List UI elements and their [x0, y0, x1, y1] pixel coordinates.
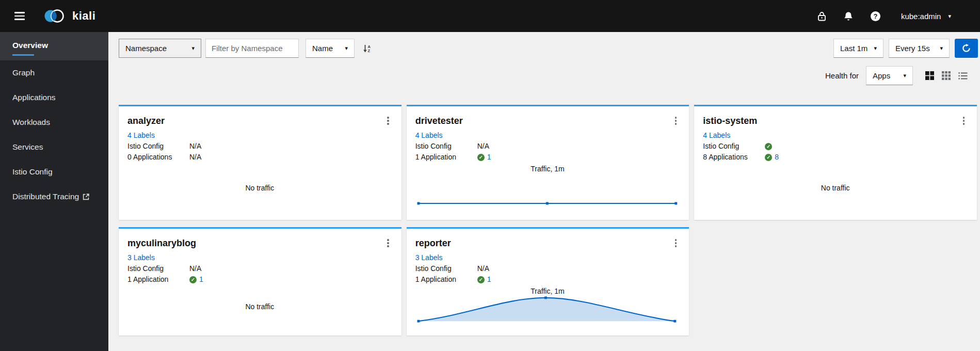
- nav-toggle-button[interactable]: [10, 6, 29, 26]
- card-actions-kebab-button[interactable]: [384, 237, 392, 249]
- namespace-card-title: analyzer: [127, 115, 165, 126]
- namespace-labels-link[interactable]: 4 Labels: [415, 131, 443, 139]
- healthy-apps-count-link[interactable]: 1: [487, 152, 491, 163]
- filter-toolbar: Namespace Name A Z Last 1m Every 15s: [108, 32, 980, 58]
- applications-row: 1 Application 1: [415, 274, 680, 285]
- istio-config-label: Istio Config: [127, 263, 189, 274]
- sort-a-z-icon: A Z: [363, 44, 372, 53]
- namespace-card: reporter 3 Labels Istio Config N/A 1 App…: [407, 227, 689, 336]
- display-toolbar: Health for Apps: [108, 58, 980, 85]
- chevron-down-icon: [874, 45, 877, 52]
- applications-label: 1 Application: [415, 274, 477, 285]
- namespace-card: drivetester 4 Labels Istio Config N/A 1 …: [407, 105, 689, 220]
- sidebar-item-services[interactable]: Services: [0, 135, 108, 159]
- istio-config-na-value: N/A: [189, 141, 201, 152]
- card-actions-kebab-button[interactable]: [960, 115, 968, 126]
- applications-label: 0 Applications: [127, 152, 189, 163]
- namespace-card-title: myculinaryblog: [127, 237, 196, 249]
- list-view-button[interactable]: [957, 71, 969, 81]
- sidebar: Overview Graph Applications Workloads Se…: [0, 32, 108, 351]
- traffic-status-label: Traffic, 1m: [531, 165, 564, 173]
- sort-order-button[interactable]: A Z: [361, 42, 374, 55]
- istio-config-row: Istio Config N/A: [127, 141, 392, 152]
- sidebar-item-graph[interactable]: Graph: [0, 60, 108, 85]
- sidebar-item-overview[interactable]: Overview: [0, 32, 108, 60]
- card-actions-kebab-button[interactable]: [672, 237, 680, 249]
- namespace-labels-link[interactable]: 4 Labels: [703, 131, 730, 139]
- namespace-filter-input[interactable]: [205, 39, 299, 58]
- healthy-apps-count-link[interactable]: 8: [775, 152, 779, 163]
- card-actions-kebab-button[interactable]: [384, 115, 392, 126]
- sidebar-item-distributed-tracing[interactable]: Distributed Tracing: [0, 184, 108, 209]
- hamburger-icon: [14, 12, 25, 13]
- kebab-icon: [963, 117, 965, 119]
- masthead: kiali ? kube:admin: [0, 0, 980, 32]
- main-content: Namespace Name A Z Last 1m Every 15s: [108, 0, 980, 336]
- applications-row: 0 Applications N/A: [127, 152, 392, 163]
- help-button[interactable]: ?: [865, 8, 886, 24]
- namespace-card-title: istio-system: [703, 115, 757, 126]
- namespace-card: myculinaryblog 3 Labels Istio Config N/A…: [119, 227, 401, 336]
- user-menu[interactable]: kube:admin: [901, 12, 951, 21]
- traffic-section: No traffic: [127, 163, 392, 220]
- istio-config-row: Istio Config N/A: [415, 141, 680, 152]
- compact-grid-icon: [942, 71, 951, 80]
- istio-config-label: Istio Config: [703, 141, 765, 152]
- refresh-interval-select[interactable]: Every 15s: [889, 39, 950, 58]
- sidebar-item-applications[interactable]: Applications: [0, 85, 108, 110]
- success-check-icon: [765, 154, 772, 161]
- expanded-view-button[interactable]: [924, 70, 935, 81]
- istio-config-na-value: N/A: [477, 263, 489, 274]
- traffic-status-label: No traffic: [245, 184, 274, 192]
- kebab-icon: [387, 117, 389, 119]
- istio-config-row: Istio Config N/A: [415, 263, 680, 274]
- cards-grid: analyzer 4 Labels Istio Config N/A 0 App…: [119, 105, 977, 336]
- istio-config-label: Istio Config: [415, 263, 477, 274]
- applications-label: 1 Application: [127, 274, 189, 285]
- kebab-icon: [675, 117, 677, 119]
- applications-row: 8 Applications 8: [703, 152, 968, 163]
- namespace-labels-link[interactable]: 4 Labels: [127, 131, 155, 139]
- duration-select[interactable]: Last 1m: [833, 39, 883, 58]
- applications-na-value: N/A: [189, 152, 201, 163]
- notifications-button[interactable]: [839, 8, 858, 24]
- expanded-grid-icon: [925, 71, 934, 80]
- success-check-icon: [189, 276, 197, 283]
- user-name: kube:admin: [901, 12, 941, 21]
- applications-row: 1 Application 1: [127, 274, 392, 285]
- namespace-labels-link[interactable]: 3 Labels: [127, 253, 155, 262]
- health-for-select[interactable]: Apps: [866, 66, 913, 85]
- applications-label: 1 Application: [415, 152, 477, 163]
- chevron-down-icon: [191, 45, 195, 52]
- traffic-status-label: No traffic: [245, 302, 274, 311]
- filter-type-select[interactable]: Namespace: [119, 39, 201, 58]
- brand-link[interactable]: kiali: [42, 7, 95, 25]
- healthy-apps-count-link[interactable]: 1: [199, 274, 203, 285]
- istio-config-label: Istio Config: [127, 141, 189, 152]
- healthy-apps-count-link[interactable]: 1: [487, 274, 491, 285]
- istio-config-row: Istio Config: [703, 141, 968, 152]
- refresh-icon: [962, 44, 971, 53]
- traffic-sparkline-flat: [415, 192, 680, 208]
- istio-config-row: Istio Config N/A: [127, 263, 392, 274]
- sort-field-select[interactable]: Name: [306, 39, 355, 58]
- namespace-card-title: reporter: [415, 237, 451, 249]
- list-icon: [958, 72, 968, 80]
- success-check-icon: [765, 143, 772, 150]
- traffic-section: No traffic: [703, 163, 968, 220]
- kebab-icon: [675, 239, 677, 241]
- bell-icon: [844, 11, 853, 21]
- chevron-down-icon: [903, 72, 906, 79]
- card-actions-kebab-button[interactable]: [672, 115, 680, 126]
- traffic-section: Traffic, 1m: [415, 285, 680, 336]
- refresh-button[interactable]: [955, 39, 978, 58]
- chevron-down-icon: [948, 13, 951, 20]
- sidebar-item-workloads[interactable]: Workloads: [0, 110, 108, 135]
- lock-button[interactable]: [812, 8, 831, 24]
- traffic-status-label: No traffic: [821, 184, 850, 192]
- success-check-icon: [477, 154, 485, 161]
- namespace-labels-link[interactable]: 3 Labels: [415, 253, 443, 262]
- applications-row: 1 Application 1: [415, 152, 680, 163]
- sidebar-item-istio-config[interactable]: Istio Config: [0, 159, 108, 184]
- compact-view-button[interactable]: [941, 70, 952, 81]
